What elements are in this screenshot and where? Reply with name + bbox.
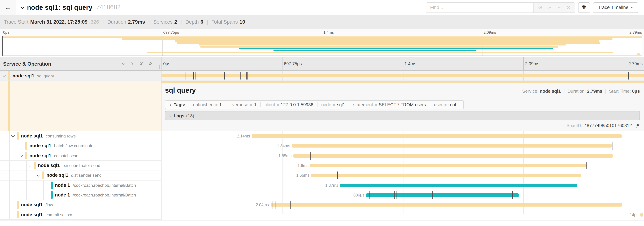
- chevron-right-icon[interactable]: [130, 62, 134, 66]
- span-id-row: SpanID: 4877749850101760812: [165, 123, 640, 128]
- trace-start-label: Trace Start: [4, 19, 28, 25]
- span-bar[interactable]: [340, 184, 577, 187]
- span-bar[interactable]: [293, 154, 613, 158]
- tag-value: 127.0.0.1:59936: [281, 102, 313, 107]
- span-id-value: 4877749850101760812: [584, 123, 632, 128]
- span-color-accent: [25, 142, 27, 150]
- span-name-cell[interactable]: node sql1colbatchscan: [0, 151, 162, 161]
- span-timeline-cell[interactable]: 2.14ms: [162, 131, 644, 141]
- span-row[interactable]: node sql1sql query: [0, 71, 644, 81]
- minimap-span-strip: [273, 50, 476, 51]
- expander-chevron-down-icon[interactable]: [2, 74, 6, 77]
- span-rows: node sql1sql query sql query Service: no…: [0, 71, 644, 220]
- span-row[interactable]: node 1/cockroach.roachpb.Internal/Batch1…: [0, 180, 644, 190]
- back-button[interactable]: ←: [0, 0, 16, 15]
- column-resize-handle[interactable]: [158, 65, 160, 69]
- span-bar[interactable]: [366, 193, 519, 197]
- double-chevron-down-icon[interactable]: [139, 62, 144, 66]
- span-bar[interactable]: [292, 144, 612, 148]
- span-name-cell[interactable]: node sql1txn coordinator send: [0, 161, 162, 171]
- span-operation-name: txn coordinator send: [62, 163, 100, 168]
- span-bar[interactable]: [162, 74, 644, 77]
- span-row[interactable]: node sql1dist sender send1.56ms: [0, 171, 644, 180]
- span-row[interactable]: node sql1commit sql txn14μs: [0, 210, 644, 220]
- locate-icon[interactable]: [538, 5, 542, 10]
- span-detail-meta: Service: node sql1|Duration: 2.79ms|Star…: [522, 89, 640, 94]
- log-marker: [278, 72, 278, 80]
- expander-chevron-down-icon[interactable]: [11, 134, 14, 137]
- span-operation-name: flow: [46, 202, 53, 207]
- span-row[interactable]: node sql1colbatchscan1.85ms: [0, 151, 644, 161]
- span-timeline-cell[interactable]: 1.56ms: [162, 171, 644, 180]
- chevron-up-icon[interactable]: [548, 6, 552, 10]
- minimap-span-strip: [177, 42, 600, 44]
- span-name-cell[interactable]: node sql1dist sender send: [0, 171, 162, 180]
- span-timeline-cell[interactable]: [162, 71, 644, 81]
- timeline-ruler: 0μs697.75μs1.4ms2.09ms2.79ms: [162, 57, 644, 70]
- log-marker: [290, 201, 291, 209]
- link-icon[interactable]: [635, 123, 640, 128]
- span-timeline-cell[interactable]: 14μs: [162, 210, 644, 220]
- minimap-canvas[interactable]: [2, 36, 642, 56]
- span-row[interactable]: node sql1consuming rows2.14ms: [0, 131, 644, 141]
- view-selector-button[interactable]: Trace Timeline: [593, 2, 638, 13]
- span-timeline-cell[interactable]: 1.84ms: [162, 141, 644, 151]
- span-name-cell[interactable]: node sql1sql query: [0, 71, 162, 81]
- indent-guide: [18, 151, 18, 160]
- span-timeline-cell[interactable]: 886μs: [162, 190, 644, 200]
- find-group: [426, 2, 575, 13]
- logs-label: Logs: [174, 113, 184, 118]
- chevron-down-icon: [631, 6, 634, 9]
- span-bar[interactable]: [310, 164, 586, 167]
- span-bar[interactable]: [311, 174, 581, 177]
- span-timeline-cell[interactable]: 1.85ms: [162, 151, 644, 161]
- chevron-down-icon[interactable]: [557, 6, 561, 10]
- expander-chevron-down-icon[interactable]: [20, 154, 23, 157]
- double-chevron-right-icon[interactable]: [148, 62, 152, 66]
- expander-chevron-down-icon[interactable]: [28, 163, 32, 167]
- close-icon[interactable]: [566, 6, 570, 10]
- selected-span-accent-strip: [0, 81, 644, 83]
- span-timeline-cell[interactable]: 1.6ms: [162, 161, 644, 171]
- span-bar[interactable]: [270, 203, 622, 207]
- span-duration-label: 1.56ms: [296, 173, 311, 178]
- equals-sign: =: [375, 103, 377, 107]
- span-row[interactable]: node sql1flow2.04ms: [0, 200, 644, 210]
- span-operation-name: /cockroach.roachpb.Internal/Batch: [73, 193, 136, 197]
- expander-chevron-down-icon[interactable]: [36, 173, 40, 177]
- minimap-span-strip: [146, 52, 613, 53]
- tag-key: statement: [353, 102, 373, 107]
- log-marker: [370, 191, 370, 199]
- span-row[interactable]: node 1/cockroach.roachpb.Internal/Batch8…: [0, 190, 644, 200]
- span-name-cell[interactable]: node sql1commit sql txn: [0, 210, 162, 220]
- indent-guide: [26, 161, 26, 170]
- span-bar[interactable]: [640, 213, 643, 217]
- trace-title-wrap[interactable]: node sql1: sql query 7418682: [21, 4, 120, 11]
- keyboard-shortcuts-button[interactable]: ⌘: [578, 2, 590, 13]
- log-marker: [316, 172, 316, 179]
- tags-accordion[interactable]: Tags: _unfinished=1_verbose=1client=127.…: [165, 100, 464, 109]
- span-row[interactable]: node sql1txn coordinator send1.6ms: [0, 161, 644, 171]
- span-row[interactable]: node sql1batch flow coordinator1.84ms: [0, 141, 644, 151]
- log-marker: [626, 72, 626, 80]
- log-marker: [394, 191, 395, 199]
- span-name-cell[interactable]: node 1/cockroach.roachpb.Internal/Batch: [0, 180, 162, 190]
- span-timeline-cell[interactable]: 2.04ms: [162, 200, 644, 210]
- span-name-cell[interactable]: node sql1consuming rows: [0, 131, 162, 141]
- span-name-cell[interactable]: node sql1flow: [0, 200, 162, 210]
- find-input[interactable]: [426, 3, 534, 12]
- span-bar[interactable]: [252, 134, 622, 138]
- chevron-down-icon[interactable]: [121, 62, 126, 66]
- logs-accordion[interactable]: Logs (18): [165, 111, 640, 120]
- span-name-text: node sql1consuming rows: [21, 133, 76, 138]
- indent-guide: [1, 200, 1, 210]
- span-accent-bar: [8, 83, 10, 131]
- span-service-name: node 1: [55, 192, 70, 197]
- span-name-cell[interactable]: node 1/cockroach.roachpb.Internal/Batch: [0, 190, 162, 200]
- minimap-drag-handle[interactable]: [2, 36, 3, 56]
- span-operation-name: sql query: [37, 73, 54, 78]
- span-timeline-cell[interactable]: 1.37ms: [162, 180, 644, 190]
- span-name-cell[interactable]: node sql1batch flow coordinator: [0, 141, 162, 151]
- span-service-name: node sql1: [30, 153, 51, 158]
- log-marker: [174, 72, 175, 80]
